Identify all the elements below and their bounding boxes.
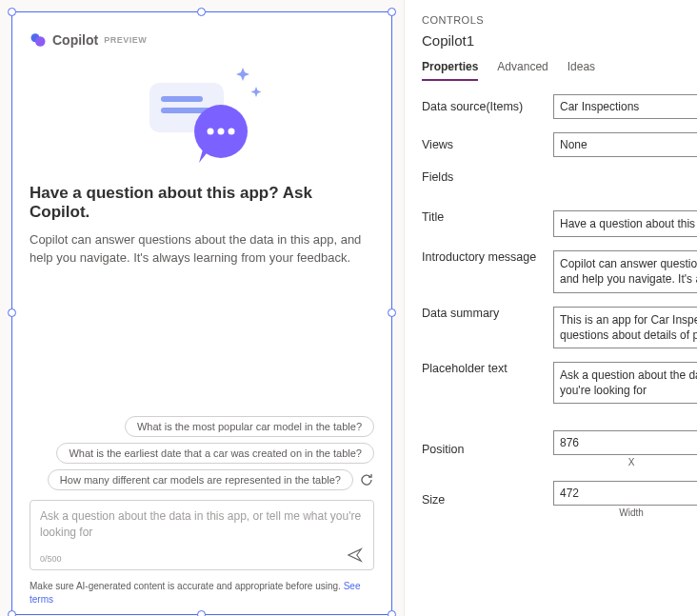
position-x-input[interactable] — [553, 430, 697, 455]
copilot-card: Copilot PREVIEW Have a question about th… — [12, 12, 391, 614]
resize-handle[interactable] — [8, 610, 16, 616]
suggestion-chip[interactable]: How many different car models are repres… — [48, 469, 353, 490]
control-name: Copilot1 — [422, 32, 697, 49]
prompt-input[interactable]: Ask a question about the data in this ap… — [30, 500, 374, 570]
resize-handle[interactable] — [388, 308, 396, 317]
summary-input[interactable]: This is an app for Car Inspections data.… — [553, 307, 697, 348]
resize-handle[interactable] — [197, 8, 206, 16]
send-icon[interactable] — [347, 546, 364, 564]
char-counter: 0/500 — [40, 554, 62, 564]
resize-handle[interactable] — [388, 610, 396, 616]
resize-handle[interactable] — [197, 610, 206, 616]
copilot-brand: Copilot — [52, 32, 98, 48]
hero-illustration — [30, 49, 374, 184]
svg-point-7 — [218, 129, 225, 135]
datasource-dropdown[interactable]: Car Inspections — [553, 94, 697, 119]
prompt-placeholder: Ask a question about the data in this ap… — [40, 508, 364, 541]
suggestion-chip[interactable]: What is the earliest date that a car was… — [56, 443, 374, 464]
tab-advanced[interactable]: Advanced — [497, 60, 548, 81]
preview-badge: PREVIEW — [104, 35, 147, 45]
intro-input[interactable]: Copilot can answer questions about the d… — [553, 250, 697, 292]
views-label: Views — [422, 138, 546, 151]
panel-header: CONTROLS — [422, 14, 484, 26]
panel-tabs: Properties Advanced Ideas — [422, 60, 697, 81]
svg-point-8 — [229, 129, 235, 135]
svg-rect-3 — [161, 96, 203, 102]
resize-handle[interactable] — [388, 8, 396, 16]
copilot-title: Have a question about this app? Ask Copi… — [30, 184, 374, 222]
title-label: Title — [422, 210, 546, 224]
refresh-icon[interactable] — [359, 472, 374, 487]
tab-ideas[interactable]: Ideas — [568, 60, 595, 81]
size-width-input[interactable] — [553, 481, 697, 506]
properties-panel: CONTROLS Copilot1 Properties Advanced Id… — [404, 0, 697, 616]
resize-handle[interactable] — [8, 8, 16, 16]
canvas-area: Copilot PREVIEW Have a question about th… — [0, 0, 404, 616]
size-label: Size — [422, 493, 546, 507]
fields-label: Fields — [422, 170, 546, 184]
placeholder-input[interactable]: Ask a question about the data in this ap… — [553, 362, 697, 404]
ai-disclaimer: Make sure AI-generated content is accura… — [30, 580, 374, 606]
copilot-control-selection[interactable]: Copilot PREVIEW Have a question about th… — [11, 11, 392, 615]
resize-handle[interactable] — [8, 308, 16, 317]
views-dropdown[interactable]: None — [553, 132, 697, 157]
datasource-label: Data source(Items) — [422, 100, 546, 113]
placeholder-label: Placeholder text — [422, 362, 546, 375]
summary-label: Data summary — [422, 307, 546, 320]
tab-properties[interactable]: Properties — [422, 60, 478, 81]
svg-point-6 — [208, 129, 214, 135]
title-input[interactable]: Have a question about this app? Ask Copi… — [553, 210, 697, 237]
suggestion-chip[interactable]: What is the most popular car model in th… — [125, 416, 374, 437]
copilot-intro: Copilot can answer questions about the d… — [30, 231, 374, 268]
copilot-logo-icon — [30, 31, 47, 49]
svg-point-1 — [35, 36, 46, 47]
intro-label: Introductory message — [422, 250, 546, 264]
position-label: Position — [422, 443, 546, 456]
